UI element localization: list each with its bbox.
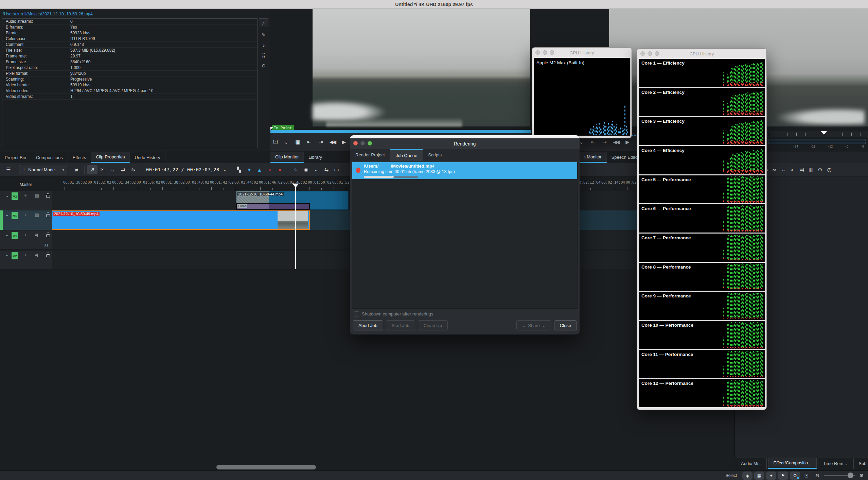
- cpu-window-titlebar[interactable]: CPU History: [637, 49, 766, 59]
- render-job-item[interactable]: /Users/ /Movies/untitled.mp4 Remaining t…: [352, 162, 577, 179]
- dialog-tab-scripts[interactable]: Scripts: [423, 149, 447, 161]
- effects-wand-icon[interactable]: ✦: [21, 253, 30, 258]
- mix-clips-button[interactable]: ▚: [234, 165, 244, 174]
- tab-library[interactable]: Library: [304, 152, 327, 163]
- project-monitor-ruler[interactable]: [767, 131, 868, 137]
- tab-t-monitor[interactable]: t Monitor: [580, 152, 607, 163]
- tab-audio-mi-[interactable]: Audio Mi...: [736, 458, 767, 469]
- slip-tool-button[interactable]: ⇄: [118, 165, 128, 174]
- rewind-icon[interactable]: ◀◀: [326, 137, 338, 147]
- zoom-slider-handle[interactable]: [848, 473, 853, 478]
- tab-clip-properties[interactable]: Clip Properties: [91, 152, 130, 163]
- timeline-horizontal-scrollbar[interactable]: [216, 465, 316, 469]
- dialog-tab-job-queue[interactable]: Job Queue: [390, 149, 423, 161]
- lock-icon[interactable]: [46, 214, 50, 217]
- razor-tool-button[interactable]: ✂: [98, 165, 108, 174]
- track-name-badge[interactable]: V1: [12, 212, 18, 219]
- clip-monitor-zone-bar[interactable]: [270, 130, 531, 133]
- edit-mode-select[interactable]: ⊥ Normal Mode ▾: [19, 165, 67, 174]
- save-icon[interactable]: ▤: [797, 165, 807, 174]
- abort-job-button[interactable]: Abort Job: [353, 320, 383, 330]
- monitor-overlay-icon[interactable]: ▣: [292, 137, 303, 147]
- cpu-history-window[interactable]: CPU History Core 1 — EfficiencyCore 2 — …: [637, 48, 767, 410]
- luma-composition[interactable]: Luma: [236, 203, 310, 210]
- timeline-zoom-slider[interactable]: [824, 475, 855, 476]
- render-preview-button[interactable]: ◉: [301, 165, 311, 174]
- zoom-in-icon[interactable]: ⊕: [857, 473, 866, 479]
- close-icon[interactable]: [535, 50, 540, 55]
- chevron-down-icon[interactable]: ⌄: [280, 137, 292, 147]
- lock-icon[interactable]: [46, 254, 50, 257]
- track-name-badge[interactable]: A2: [12, 252, 18, 259]
- close-button[interactable]: Close: [554, 320, 577, 330]
- dialog-tab-render-project[interactable]: Render Project: [350, 149, 390, 161]
- spacer-tool-button[interactable]: ↔: [108, 165, 118, 174]
- shutdown-checkbox[interactable]: [354, 311, 359, 316]
- mac-titlebar[interactable]: Untitled */ 4K UHD 2160p 29.97 fps: [0, 0, 868, 9]
- minimize-icon[interactable]: [543, 50, 547, 55]
- eye-icon[interactable]: ⊙: [259, 61, 268, 71]
- timeline-edit-icon[interactable]: ≠: [71, 165, 82, 174]
- columns-icon[interactable]: ▥: [807, 165, 816, 174]
- markers-icon[interactable]: ◈: [742, 472, 752, 480]
- insert-zone-button[interactable]: ▼: [244, 165, 254, 174]
- track-header-v2[interactable]: ⌄V2✦▦: [0, 191, 52, 210]
- tab-undo-history[interactable]: Undo History: [130, 152, 165, 163]
- tab-clip-monitor[interactable]: Clip Monitor: [270, 152, 304, 163]
- gpu-history-window[interactable]: GPU History Apple M2 Max (Built-In): [532, 47, 632, 138]
- chevron-down-icon[interactable]: ⌄: [3, 253, 12, 257]
- zoom-level-label[interactable]: 1:1: [270, 140, 280, 144]
- minimize-icon[interactable]: [648, 51, 652, 56]
- chevron-down-icon[interactable]: ⌄: [779, 165, 788, 174]
- maximize-icon[interactable]: [368, 141, 372, 145]
- tab-effects[interactable]: Effects: [68, 152, 91, 163]
- tab-subtitles[interactable]: Subtitles: [853, 458, 868, 469]
- chevron-down-icon[interactable]: ⌄: [311, 165, 321, 174]
- chevron-down-icon[interactable]: ⌄: [222, 165, 228, 174]
- chevron-down-icon[interactable]: ⌄: [3, 193, 12, 198]
- close-icon[interactable]: [640, 51, 645, 56]
- play-icon[interactable]: ▶: [622, 137, 633, 147]
- audio-track-icon[interactable]: [33, 233, 41, 237]
- overwrite-zone-button[interactable]: ▲: [254, 165, 265, 174]
- tab-effect-compositio-[interactable]: Effect/Compositio...: [768, 458, 816, 469]
- timeline-menu-icon[interactable]: ☰: [3, 165, 14, 174]
- maximize-icon[interactable]: [655, 51, 659, 56]
- timeline-playhead[interactable]: [295, 184, 296, 269]
- eye-icon[interactable]: ⊙: [816, 165, 825, 174]
- timer-icon[interactable]: ◷: [825, 165, 834, 174]
- clip-file-link[interactable]: /Users/zurell/Movies/2021-12-10_10-53-26…: [3, 12, 93, 16]
- tab-compositions[interactable]: Compositions: [31, 152, 68, 163]
- project-monitor-playhead[interactable]: [821, 131, 827, 135]
- clean-up-button[interactable]: Clean Up: [418, 320, 448, 330]
- start-job-button[interactable]: Start Job: [386, 320, 415, 330]
- timeline-clip-v1-selected[interactable]: 2021-12-10_10-50-49.mp4: [52, 210, 310, 230]
- effects-wand-icon[interactable]: ✦: [21, 193, 30, 198]
- rendering-dialog-titlebar[interactable]: Rendering: [350, 138, 580, 149]
- chevron-down-icon[interactable]: ⌄: [3, 212, 12, 217]
- set-out-point-icon[interactable]: ⇥: [315, 137, 326, 147]
- extract-zone-button[interactable]: ×: [265, 165, 275, 174]
- set-out-point-icon[interactable]: ⇥: [599, 137, 610, 147]
- effects-icon[interactable]: ✦: [766, 472, 776, 480]
- thumbnails-icon[interactable]: ▦: [754, 472, 764, 480]
- set-in-point-icon[interactable]: ⇤: [587, 137, 599, 147]
- effects-wand-icon[interactable]: ✦: [21, 233, 30, 238]
- track-header-v1[interactable]: ⌄V1✦▦: [0, 210, 52, 230]
- video-track-icon[interactable]: ▦: [33, 193, 41, 198]
- track-name-badge[interactable]: V2: [12, 192, 18, 200]
- analysis-icon[interactable]: ⣿: [259, 50, 268, 61]
- close-icon[interactable]: [353, 141, 358, 145]
- chevron-down-icon[interactable]: ⌄: [3, 233, 12, 237]
- search-icon[interactable]: ⌕: [259, 18, 268, 27]
- ripple-tool-button[interactable]: ⇋: [128, 165, 138, 174]
- set-in-point-icon[interactable]: ⇤: [303, 137, 315, 147]
- select-tool-button[interactable]: ➔: [87, 165, 98, 174]
- zoom-fit-icon[interactable]: ⊡: [802, 473, 811, 479]
- tab-project-bin[interactable]: Project Bin: [0, 152, 31, 163]
- audio-track-icon[interactable]: [33, 253, 41, 257]
- mask-icon[interactable]: ◐: [788, 165, 797, 174]
- link-icon[interactable]: ∞: [770, 165, 779, 174]
- flag-icon[interactable]: ⚑: [778, 472, 788, 480]
- zoom-out-icon[interactable]: ⊖: [813, 473, 822, 479]
